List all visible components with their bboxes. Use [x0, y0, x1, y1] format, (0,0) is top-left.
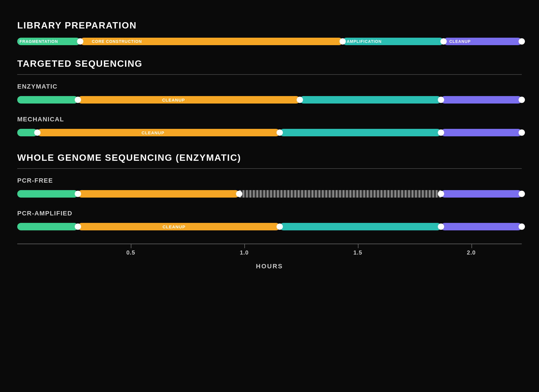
tick-15	[358, 244, 358, 248]
core-construction-bar: CORE CONSTRUCTION	[80, 38, 343, 45]
node-1	[77, 38, 83, 45]
targeted-sequencing-section: TARGETED SEQUENCING ENZYMATIC CLEANUP ME…	[17, 58, 522, 138]
library-prep-chart: FRAGMENTATION CORE CONSTRUCTION AMPLIFIC…	[17, 36, 522, 47]
pcr-amp-node-1	[75, 223, 81, 230]
pcr-amplified-bar-row: CLEANUP	[17, 221, 522, 232]
enzymatic-node-3	[438, 97, 444, 103]
enzymatic-green-bar	[17, 96, 78, 104]
pcr-free-node-1	[75, 191, 81, 197]
mechanical-node-1	[34, 129, 41, 136]
node-4	[519, 38, 525, 45]
fragmentation-bar: FRAGMENTATION	[17, 38, 80, 45]
pcr-amp-teal-bar	[280, 223, 441, 230]
library-preparation-section: LIBRARY PREPARATION FRAGMENTATION CORE C…	[17, 20, 522, 47]
pcr-amp-node-2	[277, 223, 283, 230]
pcr-free-subsection: PCR-FREE	[17, 177, 522, 199]
pcr-free-orange-bar	[78, 190, 239, 198]
pcr-free-green-bar	[17, 190, 78, 198]
enzymatic-subsection: ENZYMATIC CLEANUP	[17, 83, 522, 105]
pcr-amp-orange-bar: CLEANUP	[78, 223, 280, 230]
tick-label-15: 1.5	[353, 249, 362, 256]
enzymatic-orange-bar: CLEANUP	[78, 96, 300, 104]
pcr-free-node-4	[519, 191, 525, 197]
pcr-free-node-2	[236, 191, 242, 197]
mechanical-node-4	[519, 129, 525, 136]
x-axis: 0.5 1.0 1.5 2.0	[17, 244, 522, 258]
node-2	[339, 38, 346, 45]
tick-10	[244, 244, 245, 248]
pcr-free-node-3	[438, 191, 444, 197]
pcr-amp-node-4	[519, 223, 525, 230]
mechanical-subtitle: MECHANICAL	[17, 116, 522, 123]
fragmentation-label: FRAGMENTATION	[20, 39, 58, 44]
pcr-amp-cleanup-label: CLEANUP	[162, 224, 185, 229]
mechanical-teal-bar	[280, 129, 441, 136]
lib-prep-bar-row: FRAGMENTATION CORE CONSTRUCTION AMPLIFIC…	[17, 36, 522, 47]
mechanical-bar-row: CLEANUP	[17, 127, 522, 138]
amplification-label: AMPLIFICATION	[347, 39, 382, 44]
tick-label-10: 1.0	[240, 249, 249, 256]
pcr-amplified-subtitle: PCR-AMPLIFIED	[17, 210, 522, 217]
enzymatic-subtitle: ENZYMATIC	[17, 83, 522, 90]
enzymatic-bar-row: CLEANUP	[17, 94, 522, 105]
pcr-free-subtitle: PCR-FREE	[17, 177, 522, 184]
whole-genome-section: WHOLE GENOME SEQUENCING (ENZYMATIC) PCR-…	[17, 152, 522, 232]
pcr-amp-node-3	[438, 223, 444, 230]
lib-cleanup-label: CLEANUP	[449, 39, 471, 44]
enzymatic-node-4	[519, 97, 525, 103]
mechanical-cleanup-label: CLEANUP	[141, 130, 164, 135]
mechanical-node-2	[277, 129, 283, 136]
axis-label: HOURS	[17, 263, 522, 270]
pcr-free-bar-row	[17, 188, 522, 199]
mechanical-purple-bar	[441, 129, 522, 136]
pcr-free-purple-bar	[441, 190, 522, 198]
mechanical-orange-bar: CLEANUP	[37, 129, 279, 136]
enzymatic-purple-bar	[441, 96, 522, 104]
pcr-amp-purple-bar	[441, 223, 522, 230]
mechanical-node-3	[438, 129, 444, 136]
enzymatic-node-2	[297, 97, 303, 103]
targeted-sequencing-title: TARGETED SEQUENCING	[17, 58, 522, 69]
tick-20	[471, 244, 472, 248]
enzymatic-node-1	[75, 97, 81, 103]
mechanical-subsection: MECHANICAL CLEANUP	[17, 116, 522, 138]
targeted-divider	[17, 74, 522, 75]
tick-05	[131, 244, 131, 248]
amplification-bar: AMPLIFICATION	[343, 38, 444, 45]
lib-cleanup-bar: CLEANUP	[444, 38, 522, 45]
library-preparation-title: LIBRARY PREPARATION	[17, 20, 522, 31]
whole-genome-title: WHOLE GENOME SEQUENCING (ENZYMATIC)	[17, 152, 522, 163]
core-construction-label: CORE CONSTRUCTION	[92, 39, 142, 44]
pcr-free-stripe-bar	[239, 190, 441, 198]
tick-label-20: 2.0	[467, 249, 476, 256]
tick-label-05: 0.5	[126, 249, 135, 256]
enzymatic-cleanup-label: CLEANUP	[162, 97, 185, 102]
pcr-amplified-subsection: PCR-AMPLIFIED CLEANUP	[17, 210, 522, 232]
node-3	[440, 38, 447, 45]
pcr-amp-green-bar	[17, 223, 78, 230]
enzymatic-teal-bar	[300, 96, 441, 104]
whole-genome-divider	[17, 168, 522, 169]
